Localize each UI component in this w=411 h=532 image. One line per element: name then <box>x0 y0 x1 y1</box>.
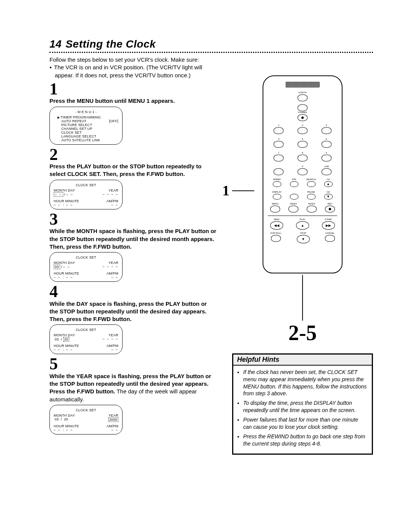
screen-title: CLOCK SET <box>54 408 118 412</box>
btn-label: INDEX <box>288 203 298 205</box>
vcrplus-button[interactable] <box>271 235 281 242</box>
num-1-button[interactable] <box>274 127 284 134</box>
day-value: – – <box>66 193 73 197</box>
step-5: 5 While the YEAR space is flashing, pres… <box>49 356 217 435</box>
ffwd-button[interactable]: ▶▶ <box>322 221 335 230</box>
step-instruction: Press the MENU button until MENU 1 appea… <box>49 97 217 105</box>
btn-label: POWER <box>270 111 335 114</box>
btn-label: +100 <box>318 165 335 168</box>
btn-label: F.FWD <box>322 218 335 221</box>
rec-button[interactable] <box>325 206 335 212</box>
field-label: MONTH DAY <box>54 414 75 417</box>
screen-title: CLOCK SET <box>54 256 118 259</box>
btn-label: 9 <box>318 152 335 154</box>
field-label: AM/PM <box>107 424 118 428</box>
plus100-button[interactable] <box>322 168 331 175</box>
num-6-button[interactable] <box>322 141 331 148</box>
num-0-button[interactable] <box>298 168 307 175</box>
page-title: 14Setting the Clock <box>49 38 373 50</box>
menu-item: AUTO SATELLITE LINK <box>57 138 118 142</box>
num-9-button[interactable] <box>322 155 331 161</box>
screen-clockset-5: CLOCK SET MONTH DAYYEAR 03 / 202000 HOUR… <box>49 405 123 435</box>
btn-label: REC <box>325 203 335 205</box>
ampm-value: – – <box>111 275 118 279</box>
pause-button[interactable] <box>307 194 315 200</box>
step-2: 2 Press the PLAY button or the STOP butt… <box>49 147 217 209</box>
atr-button[interactable] <box>290 181 298 187</box>
speed-button[interactable] <box>273 181 281 187</box>
menu-item: CLOCK SET <box>57 131 118 134</box>
hour-value: – – <box>54 203 61 207</box>
remote-button[interactable] <box>298 104 307 111</box>
btn-label: ATR <box>287 178 301 181</box>
vcr-tv-button[interactable] <box>298 94 307 101</box>
callout-steps-2-5: 2-5 <box>232 321 373 345</box>
hour-value: – – <box>54 348 61 351</box>
remote-control: VCR/TV POWER 1 2 3 4 5 6 7 8 <box>263 75 342 273</box>
btn-label: 3 <box>318 124 335 127</box>
step-instruction: Press the PLAY button or the STOP button… <box>49 163 217 178</box>
num-4-button[interactable] <box>274 141 284 148</box>
minute-value: – – <box>66 348 73 351</box>
minute-value: – – <box>66 428 73 432</box>
index-prev-button[interactable] <box>288 206 298 212</box>
btn-label: 0 <box>294 165 311 168</box>
btn-label: REW <box>270 218 283 221</box>
num-5-button[interactable] <box>298 141 307 148</box>
step-number: 5 <box>49 356 217 372</box>
field-label: AM/PM <box>107 272 118 275</box>
ampm-value: – – <box>111 428 118 432</box>
num-8-button[interactable] <box>298 155 307 161</box>
page-number: 14 <box>49 38 62 50</box>
year-value: – – – – <box>102 265 118 269</box>
field-label: YEAR <box>108 333 118 337</box>
field-label: YEAR <box>108 261 118 265</box>
stop-button[interactable]: ▼ <box>297 235 310 243</box>
hour-value: – – <box>54 428 61 432</box>
sep: / <box>61 417 62 421</box>
stop-icon: ▼ <box>301 237 305 241</box>
power-button[interactable] <box>298 114 307 121</box>
btn-label: CH <box>322 178 335 181</box>
screen-title: - M E N U 1 - <box>54 110 118 114</box>
intro-line: Follow the steps below to set your VCR's… <box>49 56 373 64</box>
btn-label: STOP <box>297 232 310 235</box>
bullet-icon <box>49 64 54 70</box>
btn-label: 2 <box>294 124 311 127</box>
ch-down-button[interactable]: ▼ <box>324 194 333 200</box>
field-label: AM/PM <box>107 199 118 203</box>
btn-label: 1 <box>270 124 287 127</box>
rew-button[interactable]: ◀◀ <box>270 221 283 230</box>
step-number: 1 <box>49 81 217 97</box>
play-button[interactable]: ▲ <box>296 221 309 230</box>
sep: : <box>63 428 64 432</box>
step-4: 4 While the DAY space is flashing, press… <box>49 284 217 354</box>
search-button[interactable] <box>307 181 315 187</box>
step-number: 3 <box>49 212 217 227</box>
callout-step-1: 1 <box>222 182 229 199</box>
field-label: HOUR MINUTE <box>54 424 79 428</box>
index-next-button[interactable] <box>307 206 317 212</box>
menu-button[interactable] <box>270 206 280 212</box>
remote-button[interactable] <box>274 168 284 175</box>
num-7-button[interactable] <box>274 155 284 161</box>
hint-item: If the clock has never been set, the CLO… <box>243 369 368 398</box>
month-value: 03 <box>55 337 59 341</box>
display-button[interactable] <box>273 194 281 200</box>
step-instruction: While the DAY space is flashing, press t… <box>49 300 217 323</box>
num-2-button[interactable] <box>298 127 307 134</box>
menu-item: CHANNEL SET UP <box>57 127 118 131</box>
step-number: 4 <box>49 284 217 299</box>
hint-item: To display the time, press the DISPLAY b… <box>243 399 368 414</box>
screen-title: CLOCK SET <box>54 328 118 332</box>
step-number: 2 <box>49 147 217 162</box>
cancel-button[interactable] <box>325 235 335 242</box>
ch-up-button[interactable]: ▲ <box>324 181 333 187</box>
field-label: YEAR <box>108 189 118 192</box>
callout-line <box>232 190 254 191</box>
intro-bullet: The VCR is on and in VCR position. (The … <box>54 64 202 70</box>
num-3-button[interactable] <box>322 127 331 134</box>
minute-value: – – <box>66 275 73 279</box>
remote-button[interactable] <box>290 194 298 200</box>
step-3: 3 While the MONTH space is flashing, pre… <box>49 212 217 282</box>
